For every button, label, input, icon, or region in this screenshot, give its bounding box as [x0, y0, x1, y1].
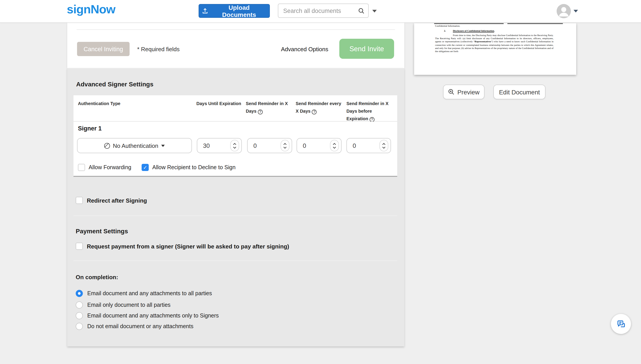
document-section-number: 2.: [444, 29, 446, 32]
chat-support-button[interactable]: [611, 314, 631, 334]
document-cropped-line: [434, 23, 563, 24]
column-header-days-until-expiration: Days Until Expiration: [196, 100, 245, 107]
completion-option[interactable]: Email only document to all parties: [76, 302, 170, 308]
radio[interactable]: [76, 312, 83, 319]
send-reminder-in-x-days-input[interactable]: 0: [247, 138, 292, 153]
app-header: signNow Upload Documents: [0, 0, 641, 23]
column-header-authentication-type: Authentication Type: [78, 100, 180, 107]
signer-settings-table: Authentication Type Days Until Expiratio…: [74, 95, 397, 177]
column-header-send-reminder-in-x-days: Send Reminder in X Days?: [246, 100, 293, 115]
send-invite-button[interactable]: Send Invite: [339, 39, 394, 59]
number-stepper[interactable]: [330, 140, 339, 152]
divider: [74, 216, 397, 216]
preview-button[interactable]: Preview: [443, 84, 484, 99]
allow-decline-option[interactable]: ✓ Allow Recipient to Decline to Sign: [142, 164, 236, 171]
search-scope-caret-icon[interactable]: [372, 10, 377, 12]
allow-decline-checkbox[interactable]: ✓: [142, 164, 149, 171]
payment-settings-title: Payment Settings: [76, 228, 128, 235]
request-payment-option[interactable]: ✓ Request payment from a signer (Signer …: [76, 243, 289, 250]
chevron-down-icon: [162, 144, 165, 147]
document-preview-thumbnail[interactable]: Confidential Information. 2. Disclosure …: [414, 23, 576, 75]
authentication-type-dropdown[interactable]: No Authentication: [77, 138, 192, 153]
on-completion-title: On completion:: [76, 274, 118, 280]
advanced-signer-settings-panel: Advanced Signer Settings Authentication …: [67, 68, 404, 346]
search-input[interactable]: [278, 7, 358, 14]
account-menu-caret-icon[interactable]: [574, 10, 578, 12]
divider: [76, 30, 395, 30]
column-header-send-reminder-before-expiration: Send Reminder in X Days before Expiratio…: [346, 100, 392, 122]
edit-document-button[interactable]: Edit Document: [494, 84, 546, 99]
search-box: [278, 4, 369, 18]
panel-title: Advanced Signer Settings: [76, 80, 154, 88]
document-section-heading: Disclosure of Confidential Information.: [453, 29, 495, 32]
request-payment-checkbox[interactable]: ✓: [76, 243, 83, 250]
number-stepper[interactable]: [380, 140, 388, 152]
signer-name: Signer 1: [78, 125, 102, 132]
no-authentication-icon: [104, 143, 110, 148]
help-icon[interactable]: ?: [312, 110, 317, 114]
upload-icon: [202, 8, 208, 14]
zoom-in-icon: [448, 88, 455, 95]
search-icon[interactable]: [358, 7, 365, 14]
table-header-row: Authentication Type Days Until Expiratio…: [74, 95, 397, 122]
radio[interactable]: [76, 323, 83, 330]
document-text-line: Confidential Information.: [435, 24, 460, 27]
avatar[interactable]: [556, 4, 571, 18]
document-paragraph: From time to time, the Disclosing Party …: [435, 34, 554, 53]
invite-actions-card: Cancel Inviting * Required fields Advanc…: [67, 23, 404, 68]
redirect-after-signing-option[interactable]: ✓ Redirect after Signing: [76, 197, 147, 204]
redirect-after-signing-checkbox[interactable]: ✓: [76, 197, 83, 204]
send-reminder-every-x-days-input[interactable]: 0: [296, 138, 342, 153]
allow-forwarding-option[interactable]: ✓ Allow Forwarding: [78, 164, 131, 171]
chat-icon: [616, 319, 626, 329]
divider: [74, 260, 397, 261]
signer-row: Signer 1 No Authentication 30 0: [74, 122, 397, 177]
help-icon[interactable]: ?: [370, 117, 374, 122]
number-stepper[interactable]: [230, 140, 239, 152]
help-icon[interactable]: ?: [258, 110, 263, 114]
signnow-logo[interactable]: signNow: [67, 3, 115, 16]
column-header-send-reminder-every-x-days: Send Reminder every X Days?: [296, 100, 344, 115]
completion-option[interactable]: Email document and any attachments only …: [76, 312, 219, 319]
signnow-app: signNow Upload Documents: [0, 0, 641, 364]
completion-option[interactable]: Do not email document or any attachments: [76, 323, 194, 330]
cancel-inviting-button[interactable]: Cancel Inviting: [77, 42, 130, 56]
days-until-expiration-input[interactable]: 30: [197, 138, 242, 153]
send-reminder-before-expiration-input[interactable]: 0: [346, 138, 391, 153]
advanced-options-link[interactable]: Advanced Options: [281, 46, 328, 52]
completion-option[interactable]: Email document and any attachments to al…: [76, 290, 212, 297]
required-fields-note: * Required fields: [137, 46, 180, 52]
allow-forwarding-checkbox[interactable]: ✓: [78, 164, 85, 171]
number-stepper[interactable]: [280, 140, 290, 152]
upload-documents-button[interactable]: Upload Documents: [198, 4, 270, 18]
radio[interactable]: [76, 290, 83, 297]
radio[interactable]: [76, 302, 83, 308]
